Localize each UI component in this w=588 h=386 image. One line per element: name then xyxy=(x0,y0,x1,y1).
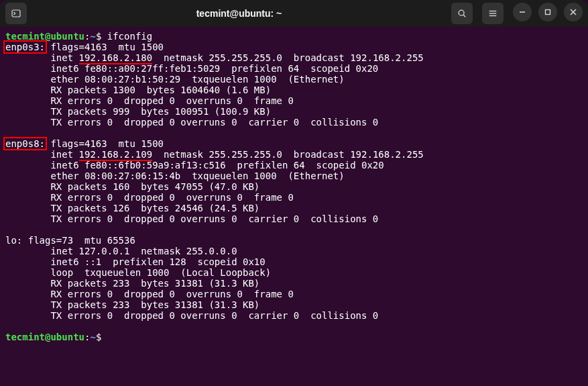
titlebar: tecmint@ubuntu: ~ xyxy=(0,0,588,27)
svg-rect-0 xyxy=(12,10,20,17)
terminal-content[interactable]: tecmint@ubuntu:~$ ifconfig enp0s3: flags… xyxy=(0,27,588,386)
svg-point-1 xyxy=(459,10,464,15)
menu-button[interactable] xyxy=(482,3,504,24)
titlebar-left xyxy=(5,3,27,24)
maximize-button[interactable] xyxy=(538,3,557,21)
maximize-icon xyxy=(544,9,551,15)
svg-line-2 xyxy=(463,15,465,17)
close-icon xyxy=(570,9,577,15)
new-tab-button[interactable] xyxy=(5,3,27,24)
window-title: tecmint@ubuntu: ~ xyxy=(27,8,451,19)
search-button[interactable] xyxy=(451,3,473,24)
minimize-icon xyxy=(519,9,526,15)
search-icon xyxy=(457,9,467,18)
svg-rect-7 xyxy=(546,10,550,15)
titlebar-right xyxy=(451,3,583,24)
terminal-tab-icon xyxy=(11,8,21,19)
minimize-button[interactable] xyxy=(513,3,532,21)
close-button[interactable] xyxy=(564,3,583,21)
hamburger-icon xyxy=(488,9,497,18)
